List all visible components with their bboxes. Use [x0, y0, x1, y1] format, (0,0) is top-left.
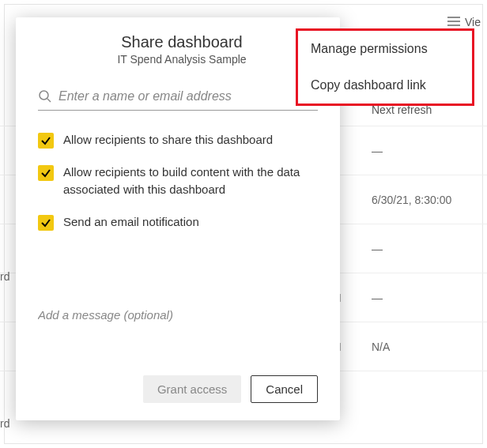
recipient-input-row: [38, 85, 318, 111]
checkbox-label: Allow recipients to share this dashboard: [63, 131, 273, 149]
checkbox-allow-share[interactable]: [38, 133, 54, 149]
cell-next-refresh: 6/30/21, 8:30:00: [372, 194, 474, 206]
cell-next-refresh: —: [372, 243, 474, 255]
svg-line-4: [47, 99, 51, 102]
menu-item-manage-permissions[interactable]: Manage permissions: [298, 31, 472, 67]
cell-next-refresh: N/A: [372, 341, 474, 353]
checkbox-email-notification[interactable]: [38, 215, 54, 231]
cell-fragment: rd: [0, 270, 9, 283]
share-dashboard-dialog: Share dashboard IT Spend Analysis Sample…: [16, 17, 340, 420]
view-menu-label[interactable]: Vie: [465, 16, 481, 28]
cell-fragment: rd: [0, 417, 9, 430]
recipient-input[interactable]: [59, 89, 318, 104]
cell-next-refresh: —: [372, 145, 474, 157]
checkbox-label: Allow recipients to build content with t…: [63, 164, 318, 199]
message-input[interactable]: [38, 254, 318, 375]
svg-point-3: [40, 91, 48, 100]
dialog-subtitle: IT Spend Analysis Sample: [70, 53, 294, 66]
search-icon: [38, 89, 52, 104]
cell-next-refresh: —: [372, 292, 474, 304]
checkbox-label: Send an email notification: [63, 213, 199, 232]
menu-item-copy-link[interactable]: Copy dashboard link: [298, 67, 472, 104]
checkbox-allow-build[interactable]: [38, 165, 54, 181]
view-menu-icon[interactable]: [447, 16, 460, 28]
more-options-menu: Manage permissions Copy dashboard link: [296, 28, 474, 106]
grant-access-button[interactable]: Grant access: [143, 375, 241, 403]
cancel-button[interactable]: Cancel: [251, 375, 318, 403]
dialog-title: Share dashboard: [70, 33, 294, 51]
